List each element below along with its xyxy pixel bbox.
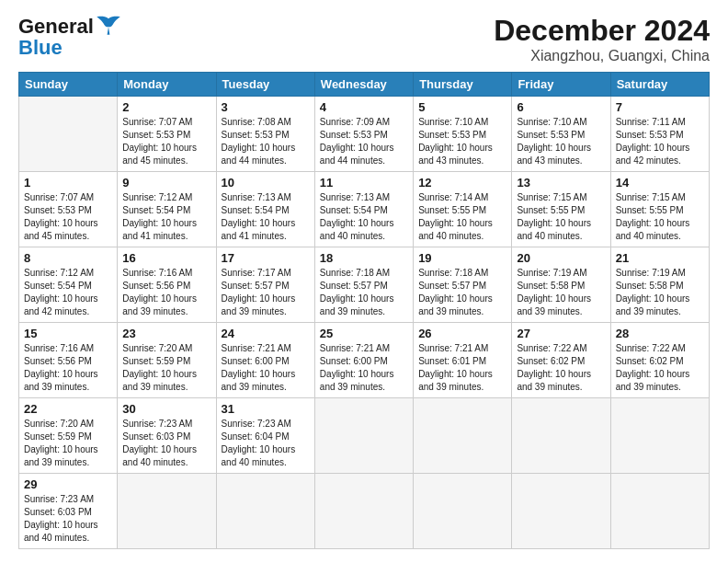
calendar-cell: 25Sunrise: 7:21 AM Sunset: 6:00 PM Dayli… [314, 323, 413, 398]
calendar-cell [314, 474, 413, 549]
calendar-table: Sunday Monday Tuesday Wednesday Thursday… [18, 72, 710, 549]
day-info: Sunrise: 7:13 AM Sunset: 5:54 PM Dayligh… [222, 191, 310, 243]
day-info: Sunrise: 7:14 AM Sunset: 5:55 PM Dayligh… [418, 191, 506, 243]
calendar-cell: 17Sunrise: 7:17 AM Sunset: 5:57 PM Dayli… [216, 247, 314, 323]
day-info: Sunrise: 7:17 AM Sunset: 5:57 PM Dayligh… [222, 267, 310, 318]
day-info: Sunrise: 7:19 AM Sunset: 5:58 PM Dayligh… [517, 267, 605, 318]
calendar-cell [414, 398, 512, 474]
calendar-cell: 10Sunrise: 7:13 AM Sunset: 5:54 PM Dayli… [216, 172, 314, 247]
day-number: 12 [418, 176, 506, 190]
calendar-cell: 28Sunrise: 7:22 AM Sunset: 6:02 PM Dayli… [610, 323, 709, 398]
calendar-cell: 20Sunrise: 7:19 AM Sunset: 5:58 PM Dayli… [512, 247, 610, 323]
calendar-cell: 14Sunrise: 7:15 AM Sunset: 5:55 PM Dayli… [610, 172, 709, 247]
calendar-header-row: Sunday Monday Tuesday Wednesday Thursday… [19, 73, 710, 97]
day-number: 22 [24, 402, 112, 416]
table-row: 8Sunrise: 7:12 AM Sunset: 5:54 PM Daylig… [19, 247, 710, 323]
day-info: Sunrise: 7:20 AM Sunset: 5:59 PM Dayligh… [24, 418, 112, 469]
day-info: Sunrise: 7:19 AM Sunset: 5:58 PM Dayligh… [616, 267, 704, 318]
calendar-cell [512, 398, 610, 474]
calendar-cell: 24Sunrise: 7:21 AM Sunset: 6:00 PM Dayli… [216, 323, 314, 398]
logo: General Blue [18, 14, 121, 60]
day-info: Sunrise: 7:10 AM Sunset: 5:53 PM Dayligh… [517, 116, 605, 167]
day-number: 6 [517, 100, 605, 114]
day-number: 1 [24, 176, 112, 190]
calendar-cell: 2Sunrise: 7:07 AM Sunset: 5:53 PM Daylig… [118, 97, 216, 172]
day-info: Sunrise: 7:10 AM Sunset: 5:53 PM Dayligh… [418, 116, 506, 167]
calendar-cell: 8Sunrise: 7:12 AM Sunset: 5:54 PM Daylig… [19, 247, 118, 323]
day-number: 3 [222, 100, 310, 114]
calendar-cell [216, 474, 314, 549]
day-number: 26 [418, 327, 506, 340]
day-info: Sunrise: 7:15 AM Sunset: 5:55 PM Dayligh… [616, 191, 704, 243]
day-info: Sunrise: 7:11 AM Sunset: 5:53 PM Dayligh… [616, 116, 704, 167]
day-number: 18 [320, 251, 408, 265]
table-row: 29Sunrise: 7:23 AM Sunset: 6:03 PM Dayli… [19, 474, 710, 549]
calendar-cell: 27Sunrise: 7:22 AM Sunset: 6:02 PM Dayli… [512, 323, 610, 398]
day-info: Sunrise: 7:22 AM Sunset: 6:02 PM Dayligh… [616, 342, 704, 394]
day-info: Sunrise: 7:13 AM Sunset: 5:54 PM Dayligh… [320, 191, 408, 243]
day-info: Sunrise: 7:20 AM Sunset: 5:59 PM Dayligh… [122, 342, 210, 394]
day-info: Sunrise: 7:21 AM Sunset: 6:00 PM Dayligh… [222, 342, 310, 394]
calendar-cell [512, 474, 610, 549]
day-info: Sunrise: 7:16 AM Sunset: 5:56 PM Dayligh… [24, 342, 112, 394]
calendar-cell [118, 474, 216, 549]
table-row: 15Sunrise: 7:16 AM Sunset: 5:56 PM Dayli… [19, 323, 710, 398]
day-number: 21 [616, 251, 704, 265]
day-number: 7 [616, 100, 704, 114]
calendar-cell: 19Sunrise: 7:18 AM Sunset: 5:57 PM Dayli… [414, 247, 512, 323]
calendar-cell: 31Sunrise: 7:23 AM Sunset: 6:04 PM Dayli… [216, 398, 314, 474]
title-section: December 2024 Xiangzhou, Guangxi, China [494, 14, 710, 64]
calendar-cell: 4Sunrise: 7:09 AM Sunset: 5:53 PM Daylig… [314, 97, 413, 172]
day-number: 9 [122, 176, 210, 190]
day-number: 31 [222, 402, 310, 416]
day-number: 2 [122, 100, 210, 114]
location: Xiangzhou, Guangxi, China [494, 48, 710, 64]
col-sunday: Sunday [19, 73, 118, 97]
day-number: 25 [320, 327, 408, 340]
col-monday: Monday [118, 73, 216, 97]
calendar-cell: 7Sunrise: 7:11 AM Sunset: 5:53 PM Daylig… [610, 97, 709, 172]
day-number: 11 [320, 176, 408, 190]
calendar-cell: 11Sunrise: 7:13 AM Sunset: 5:54 PM Dayli… [314, 172, 413, 247]
day-info: Sunrise: 7:15 AM Sunset: 5:55 PM Dayligh… [517, 191, 605, 243]
calendar-cell: 1Sunrise: 7:07 AM Sunset: 5:53 PM Daylig… [19, 172, 118, 247]
calendar-cell: 23Sunrise: 7:20 AM Sunset: 5:59 PM Dayli… [118, 323, 216, 398]
calendar-cell: 30Sunrise: 7:23 AM Sunset: 6:03 PM Dayli… [118, 398, 216, 474]
calendar-cell: 5Sunrise: 7:10 AM Sunset: 5:53 PM Daylig… [414, 97, 512, 172]
day-info: Sunrise: 7:12 AM Sunset: 5:54 PM Dayligh… [122, 191, 210, 243]
calendar-cell: 12Sunrise: 7:14 AM Sunset: 5:55 PM Dayli… [414, 172, 512, 247]
calendar-cell [610, 398, 709, 474]
calendar-cell: 15Sunrise: 7:16 AM Sunset: 5:56 PM Dayli… [19, 323, 118, 398]
day-number: 8 [24, 251, 112, 265]
calendar-cell: 3Sunrise: 7:08 AM Sunset: 5:53 PM Daylig… [216, 97, 314, 172]
month-title: December 2024 [494, 14, 710, 48]
day-number: 10 [222, 176, 310, 190]
calendar-cell: 18Sunrise: 7:18 AM Sunset: 5:57 PM Dayli… [314, 247, 413, 323]
calendar-cell: 21Sunrise: 7:19 AM Sunset: 5:58 PM Dayli… [610, 247, 709, 323]
col-wednesday: Wednesday [314, 73, 413, 97]
table-row: 2Sunrise: 7:07 AM Sunset: 5:53 PM Daylig… [19, 97, 710, 172]
calendar-cell [314, 398, 413, 474]
day-info: Sunrise: 7:16 AM Sunset: 5:56 PM Dayligh… [122, 267, 210, 318]
day-info: Sunrise: 7:21 AM Sunset: 6:01 PM Dayligh… [418, 342, 506, 394]
day-number: 19 [418, 251, 506, 265]
col-tuesday: Tuesday [216, 73, 314, 97]
day-number: 30 [122, 402, 210, 416]
day-info: Sunrise: 7:08 AM Sunset: 5:53 PM Dayligh… [222, 116, 310, 167]
calendar-cell: 6Sunrise: 7:10 AM Sunset: 5:53 PM Daylig… [512, 97, 610, 172]
col-saturday: Saturday [610, 73, 709, 97]
day-info: Sunrise: 7:18 AM Sunset: 5:57 PM Dayligh… [320, 267, 408, 318]
page-container: General Blue December 2024 Xiangzhou, Gu… [0, 0, 728, 558]
calendar-cell: 9Sunrise: 7:12 AM Sunset: 5:54 PM Daylig… [118, 172, 216, 247]
header: General Blue December 2024 Xiangzhou, Gu… [18, 14, 710, 64]
calendar-cell [414, 474, 512, 549]
calendar-cell: 26Sunrise: 7:21 AM Sunset: 6:01 PM Dayli… [414, 323, 512, 398]
day-info: Sunrise: 7:07 AM Sunset: 5:53 PM Dayligh… [24, 191, 112, 243]
calendar-cell [19, 97, 118, 172]
day-number: 23 [122, 327, 210, 340]
calendar-cell: 16Sunrise: 7:16 AM Sunset: 5:56 PM Dayli… [118, 247, 216, 323]
day-info: Sunrise: 7:23 AM Sunset: 6:04 PM Dayligh… [222, 418, 310, 469]
day-number: 13 [517, 176, 605, 190]
logo-bird-icon [96, 14, 121, 40]
day-info: Sunrise: 7:12 AM Sunset: 5:54 PM Dayligh… [24, 267, 112, 318]
